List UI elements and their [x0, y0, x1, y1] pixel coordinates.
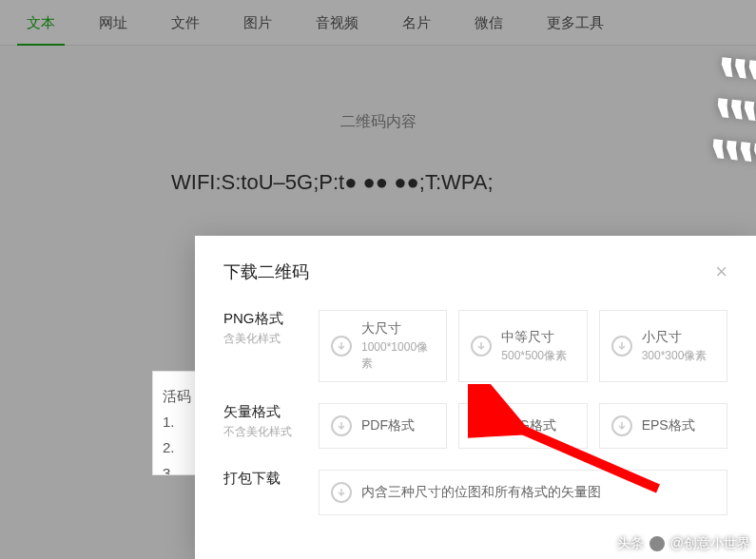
- modal-title: 下载二维码: [223, 260, 309, 283]
- side-panel-title: 活码: [163, 383, 199, 409]
- vector-label: 矢量格式: [223, 403, 319, 421]
- watermark-prefix: 头条: [617, 535, 644, 552]
- png-medium-button[interactable]: 中等尺寸 500*500像素: [458, 310, 587, 382]
- option-sub: 300*300像素: [642, 348, 708, 364]
- watermark: 头条 @创意小世界: [617, 534, 750, 553]
- option-sub: 1000*1000像素: [361, 339, 435, 372]
- option-title: 中等尺寸: [501, 329, 567, 346]
- png-large-button[interactable]: 大尺寸 1000*1000像素: [319, 310, 447, 382]
- download-icon: [471, 336, 492, 357]
- download-icon: [331, 415, 352, 436]
- option-title: 大尺寸: [361, 320, 435, 337]
- watermark-account: @创意小世界: [670, 535, 750, 552]
- png-sublabel: 含美化样式: [223, 331, 319, 347]
- download-qr-modal: 下载二维码 × PNG格式 含美化样式 大尺寸 1000*1000像素 中等尺寸…: [195, 236, 756, 559]
- bundle-label: 打包下载: [223, 470, 319, 488]
- side-panel-line: 1.: [163, 409, 199, 434]
- option-title: 小尺寸: [642, 329, 708, 346]
- download-icon: [611, 415, 632, 436]
- svg-button[interactable]: SVG格式: [458, 403, 587, 449]
- eps-button[interactable]: EPS格式: [599, 403, 727, 449]
- option-sub: 500*500像素: [501, 348, 567, 364]
- side-panel-line: 3.: [163, 460, 199, 475]
- png-label: PNG格式: [223, 310, 319, 328]
- avatar-icon: [648, 534, 667, 553]
- option-title: SVG格式: [501, 417, 556, 434]
- option-title: EPS格式: [642, 417, 695, 434]
- download-icon: [471, 415, 492, 436]
- download-icon: [331, 336, 352, 357]
- pdf-button[interactable]: PDF格式: [319, 403, 447, 449]
- option-title: PDF格式: [361, 417, 415, 434]
- download-icon: [331, 482, 352, 503]
- option-title: 内含三种尺寸的位图和所有格式的矢量图: [361, 484, 601, 501]
- vector-row: 矢量格式 不含美化样式 PDF格式 SVG格式 EPS格式: [223, 403, 727, 449]
- bundle-button[interactable]: 内含三种尺寸的位图和所有格式的矢量图: [319, 470, 727, 515]
- side-panel-line: 2.: [163, 434, 199, 460]
- png-row: PNG格式 含美化样式 大尺寸 1000*1000像素 中等尺寸 500*500…: [223, 310, 727, 382]
- download-icon: [611, 336, 632, 357]
- bundle-row: 打包下载 内含三种尺寸的位图和所有格式的矢量图: [223, 470, 727, 515]
- png-small-button[interactable]: 小尺寸 300*300像素: [599, 310, 727, 382]
- vector-sublabel: 不含美化样式: [223, 424, 319, 440]
- close-icon[interactable]: ×: [715, 261, 727, 282]
